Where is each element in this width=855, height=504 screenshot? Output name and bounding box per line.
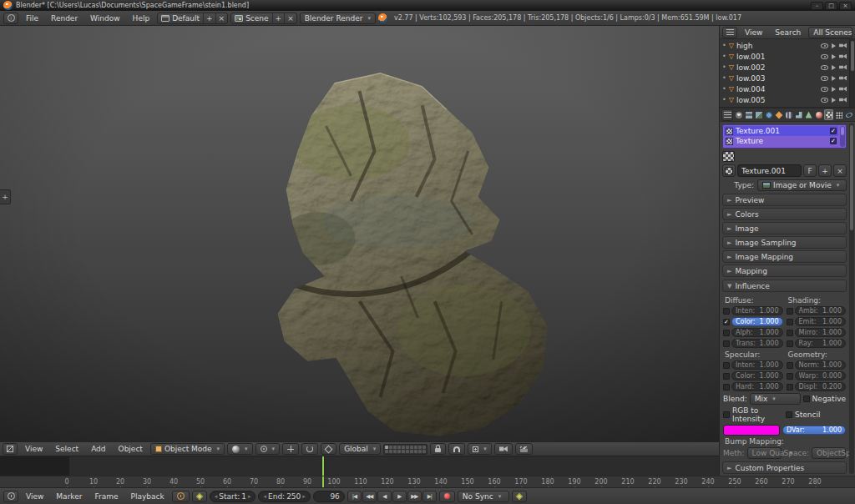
influence-checkbox[interactable] xyxy=(723,373,730,380)
layer-cell[interactable] xyxy=(397,450,401,453)
viewport-3d[interactable]: + xyxy=(0,26,719,441)
influence-checkbox[interactable] xyxy=(723,340,730,347)
rgb-to-intensity-checkbox[interactable] xyxy=(723,411,730,418)
unlink-texture-button[interactable]: × xyxy=(833,164,847,177)
layer-cell[interactable] xyxy=(402,446,405,449)
layer-cell[interactable] xyxy=(385,450,388,453)
play-reverse-button[interactable]: ◀ xyxy=(377,491,392,502)
influence-slider[interactable]: Warp:0.000 xyxy=(795,371,847,381)
menu-render[interactable]: Render xyxy=(46,13,83,23)
influence-slider[interactable]: Trans:1.000 xyxy=(731,339,783,348)
mode-dropdown[interactable]: Object Mode xyxy=(150,443,225,455)
render-engine-dropdown[interactable]: Blender Render xyxy=(300,13,376,24)
current-frame-line[interactable] xyxy=(322,456,324,476)
outliner-item[interactable]: •▽low.004 xyxy=(720,83,849,94)
panel-image-sampling[interactable]: ►Image Sampling xyxy=(722,236,847,249)
timeline-ruler[interactable]: 0102030405060708090100110120130140150160… xyxy=(0,476,855,487)
tab-particles[interactable] xyxy=(834,109,843,120)
panel-preview[interactable]: ►Preview xyxy=(722,194,847,206)
texture-slot[interactable]: Texture✓ xyxy=(724,136,838,146)
layer-cell[interactable] xyxy=(402,450,405,453)
tab-modifiers[interactable] xyxy=(794,109,803,120)
tab-object-data[interactable] xyxy=(804,109,813,120)
tab-physics[interactable] xyxy=(844,109,853,120)
texture-slot[interactable]: Tex✓ xyxy=(724,146,838,149)
menu-view[interactable]: View xyxy=(20,444,48,454)
editor-type-button-outliner[interactable] xyxy=(722,27,737,38)
layer-cell[interactable] xyxy=(393,450,397,453)
color-swatch[interactable] xyxy=(723,425,780,436)
render-toggle-icon[interactable] xyxy=(839,76,847,81)
layer-cell[interactable] xyxy=(410,446,413,449)
influence-slider[interactable]: Inten:1.000 xyxy=(731,360,783,370)
start-frame-field[interactable]: ◂ Start: 1 ▸ xyxy=(210,491,256,502)
tab-render[interactable] xyxy=(734,109,743,120)
tab-world[interactable] xyxy=(764,109,773,120)
prev-keyframe-button[interactable]: ◀◀ xyxy=(362,491,377,502)
rock-mesh[interactable] xyxy=(0,26,719,441)
texture-preview-icon[interactable] xyxy=(722,151,735,162)
add-scene-button[interactable]: + xyxy=(273,13,286,23)
influence-checkbox[interactable]: ✓ xyxy=(723,319,730,325)
influence-checkbox[interactable] xyxy=(787,373,793,380)
dvar-slider[interactable]: DVar: 1.000 xyxy=(782,426,846,435)
next-keyframe-button[interactable]: ▶▶ xyxy=(407,491,422,502)
texture-list-scrollbar[interactable] xyxy=(840,126,845,147)
outliner-display-dropdown[interactable]: All Scenes xyxy=(808,27,852,38)
menu-window[interactable]: Window xyxy=(85,13,125,23)
selectable-toggle-icon[interactable] xyxy=(832,87,836,92)
menu-file[interactable]: File xyxy=(21,13,43,23)
panel-influence[interactable]: ▼ Influence xyxy=(722,280,847,292)
hide-toggle-icon[interactable] xyxy=(821,43,828,48)
influence-checkbox[interactable] xyxy=(723,362,730,369)
influence-slider[interactable]: Ray:1.000 xyxy=(795,339,847,348)
render-toggle-icon[interactable] xyxy=(839,43,847,48)
panel-image[interactable]: ►Image xyxy=(722,222,847,234)
texture-type-dropdown[interactable]: Image or Movie xyxy=(757,179,847,191)
screen-layout-dropdown[interactable]: Default xyxy=(158,13,204,23)
scrollbar-thumb[interactable] xyxy=(851,41,854,71)
layer-cell[interactable] xyxy=(414,450,417,453)
properties-scrollbar[interactable] xyxy=(849,123,854,474)
influence-checkbox[interactable] xyxy=(787,308,793,315)
minimize-button[interactable]: – xyxy=(811,2,823,10)
outliner-view-menu[interactable]: View xyxy=(740,28,767,38)
influence-slider[interactable]: Alph:1.000 xyxy=(731,328,783,337)
influence-slider[interactable]: Norm:1.000 xyxy=(795,360,847,370)
tab-texture[interactable] xyxy=(824,109,833,120)
texture-name-field[interactable] xyxy=(737,164,802,177)
play-button[interactable]: ▶ xyxy=(392,491,407,502)
disclosure-dot[interactable]: • xyxy=(722,85,726,93)
timeline-menu-marker[interactable]: Marker xyxy=(51,491,87,501)
snap-toggle-button[interactable] xyxy=(448,443,465,455)
rotate-manipulator-button[interactable] xyxy=(301,443,318,455)
lock-to-scene-button[interactable] xyxy=(430,443,446,455)
editor-type-button-3dview[interactable] xyxy=(3,443,18,455)
influence-slider[interactable]: Emit:1.000 xyxy=(795,317,847,326)
layer-cell[interactable] xyxy=(389,446,392,449)
hide-toggle-icon[interactable] xyxy=(821,76,828,81)
render-toggle-icon[interactable] xyxy=(839,54,847,59)
layer-cell[interactable] xyxy=(418,446,422,449)
delete-layout-button[interactable]: × xyxy=(216,13,228,23)
influence-checkbox[interactable] xyxy=(787,319,793,325)
layer-cell[interactable] xyxy=(418,450,422,453)
fake-user-button[interactable]: F xyxy=(803,164,817,177)
increment-icon[interactable]: ▸ xyxy=(248,493,251,500)
timeline-menu-frame[interactable]: Frame xyxy=(89,491,123,501)
texture-slot[interactable]: Texture.001✓ xyxy=(724,126,838,136)
current-frame-field[interactable]: 96 xyxy=(313,491,345,502)
record-button[interactable] xyxy=(439,491,455,502)
jump-to-start-button[interactable]: |◀ xyxy=(347,491,362,502)
scrollbar-thumb[interactable] xyxy=(850,125,853,230)
layers-widget[interactable] xyxy=(383,444,428,455)
outliner-search-menu[interactable]: Search xyxy=(770,28,806,38)
disclosure-dot[interactable]: • xyxy=(722,42,726,49)
add-layout-button[interactable]: + xyxy=(204,13,216,23)
texture-slot-checkbox[interactable]: ✓ xyxy=(830,148,837,149)
layer-cell[interactable] xyxy=(385,446,388,449)
layer-cell[interactable] xyxy=(397,446,401,449)
panel-mapping[interactable]: ►Mapping xyxy=(722,265,847,277)
outliner-item[interactable]: •▽low.005 xyxy=(720,94,849,105)
jump-to-end-button[interactable]: ▶| xyxy=(422,491,437,502)
